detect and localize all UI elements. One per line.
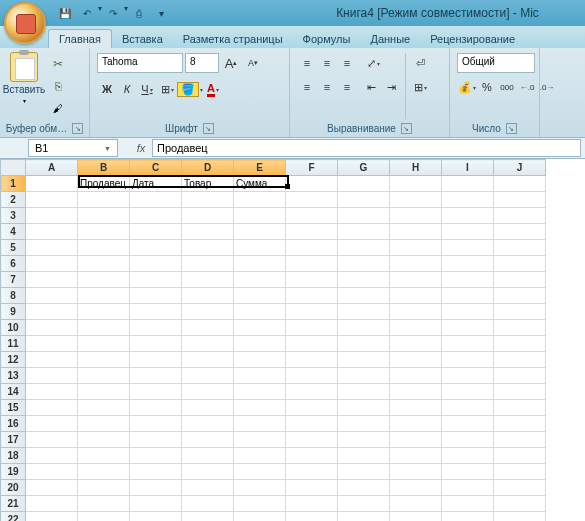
cell-I7[interactable] <box>442 272 494 288</box>
fill-color-button[interactable]: 🪣 <box>177 79 203 99</box>
cell-H3[interactable] <box>390 208 442 224</box>
cell-A1[interactable] <box>26 176 78 192</box>
row-header-13[interactable]: 13 <box>1 368 26 384</box>
cell-E7[interactable] <box>234 272 286 288</box>
row-header-3[interactable]: 3 <box>1 208 26 224</box>
cell-J16[interactable] <box>494 416 546 432</box>
cell-E16[interactable] <box>234 416 286 432</box>
cell-C15[interactable] <box>130 400 182 416</box>
row-header-9[interactable]: 9 <box>1 304 26 320</box>
cell-I19[interactable] <box>442 464 494 480</box>
cell-A4[interactable] <box>26 224 78 240</box>
cell-H1[interactable] <box>390 176 442 192</box>
cell-D2[interactable] <box>182 192 234 208</box>
cell-C20[interactable] <box>130 480 182 496</box>
cell-B20[interactable] <box>78 480 130 496</box>
cell-I10[interactable] <box>442 320 494 336</box>
col-header-C[interactable]: C <box>130 160 182 176</box>
copy-button[interactable] <box>47 76 69 96</box>
cell-G22[interactable] <box>338 512 390 522</box>
cell-C2[interactable] <box>130 192 182 208</box>
cell-H15[interactable] <box>390 400 442 416</box>
qat-customize-icon[interactable]: ▾ <box>152 4 170 22</box>
cell-F19[interactable] <box>286 464 338 480</box>
worksheet-grid[interactable]: ABCDEFGHIJ1ПродавецДатаТоварСумма2345678… <box>0 159 585 521</box>
col-header-H[interactable]: H <box>390 160 442 176</box>
cell-J21[interactable] <box>494 496 546 512</box>
cell-A22[interactable] <box>26 512 78 522</box>
cell-F9[interactable] <box>286 304 338 320</box>
borders-button[interactable]: ⊞ <box>157 79 177 99</box>
cell-H10[interactable] <box>390 320 442 336</box>
cell-J2[interactable] <box>494 192 546 208</box>
row-header-16[interactable]: 16 <box>1 416 26 432</box>
percent-button[interactable]: % <box>477 77 497 97</box>
save-icon[interactable]: 💾 <box>56 4 74 22</box>
row-header-17[interactable]: 17 <box>1 432 26 448</box>
cell-I15[interactable] <box>442 400 494 416</box>
cell-E13[interactable] <box>234 368 286 384</box>
cell-G11[interactable] <box>338 336 390 352</box>
cell-H13[interactable] <box>390 368 442 384</box>
cell-E3[interactable] <box>234 208 286 224</box>
cell-H5[interactable] <box>390 240 442 256</box>
cell-B14[interactable] <box>78 384 130 400</box>
paste-button[interactable]: Вставить ▾ <box>4 50 44 106</box>
merge-button[interactable]: ⊞ <box>410 77 430 97</box>
cell-H22[interactable] <box>390 512 442 522</box>
cell-J17[interactable] <box>494 432 546 448</box>
cell-F1[interactable] <box>286 176 338 192</box>
cell-F22[interactable] <box>286 512 338 522</box>
cell-C17[interactable] <box>130 432 182 448</box>
cell-E1[interactable]: Сумма <box>234 176 286 192</box>
cell-G16[interactable] <box>338 416 390 432</box>
cell-C16[interactable] <box>130 416 182 432</box>
increase-decimal-button[interactable]: ←.0 <box>517 77 537 97</box>
bold-button[interactable]: Ж <box>97 79 117 99</box>
cell-B7[interactable] <box>78 272 130 288</box>
cell-J9[interactable] <box>494 304 546 320</box>
cell-F14[interactable] <box>286 384 338 400</box>
cell-B22[interactable] <box>78 512 130 522</box>
cell-J20[interactable] <box>494 480 546 496</box>
row-header-5[interactable]: 5 <box>1 240 26 256</box>
number-format-combo[interactable]: Общий <box>457 53 535 73</box>
cell-G18[interactable] <box>338 448 390 464</box>
tab-review[interactable]: Рецензирование <box>420 30 525 48</box>
cell-E14[interactable] <box>234 384 286 400</box>
cell-J3[interactable] <box>494 208 546 224</box>
cell-E21[interactable] <box>234 496 286 512</box>
cell-J14[interactable] <box>494 384 546 400</box>
cell-G17[interactable] <box>338 432 390 448</box>
clipboard-launcher-icon[interactable]: ↘ <box>72 123 83 134</box>
cell-I5[interactable] <box>442 240 494 256</box>
cell-D20[interactable] <box>182 480 234 496</box>
cell-B19[interactable] <box>78 464 130 480</box>
cell-F3[interactable] <box>286 208 338 224</box>
col-header-B[interactable]: B <box>78 160 130 176</box>
cell-A6[interactable] <box>26 256 78 272</box>
cell-B6[interactable] <box>78 256 130 272</box>
cell-A13[interactable] <box>26 368 78 384</box>
cell-C10[interactable] <box>130 320 182 336</box>
format-painter-button[interactable] <box>47 98 69 118</box>
cell-G2[interactable] <box>338 192 390 208</box>
cell-H21[interactable] <box>390 496 442 512</box>
cut-button[interactable] <box>47 54 69 74</box>
col-header-D[interactable]: D <box>182 160 234 176</box>
cell-B16[interactable] <box>78 416 130 432</box>
cell-F12[interactable] <box>286 352 338 368</box>
number-launcher-icon[interactable]: ↘ <box>506 123 517 134</box>
cell-E2[interactable] <box>234 192 286 208</box>
cell-I21[interactable] <box>442 496 494 512</box>
cell-E12[interactable] <box>234 352 286 368</box>
print-icon[interactable]: ⎙ <box>130 4 148 22</box>
cell-B10[interactable] <box>78 320 130 336</box>
cell-I9[interactable] <box>442 304 494 320</box>
cell-B4[interactable] <box>78 224 130 240</box>
align-middle-button[interactable]: ≡ <box>317 53 337 73</box>
cell-F4[interactable] <box>286 224 338 240</box>
cell-I14[interactable] <box>442 384 494 400</box>
cell-D21[interactable] <box>182 496 234 512</box>
cell-F7[interactable] <box>286 272 338 288</box>
